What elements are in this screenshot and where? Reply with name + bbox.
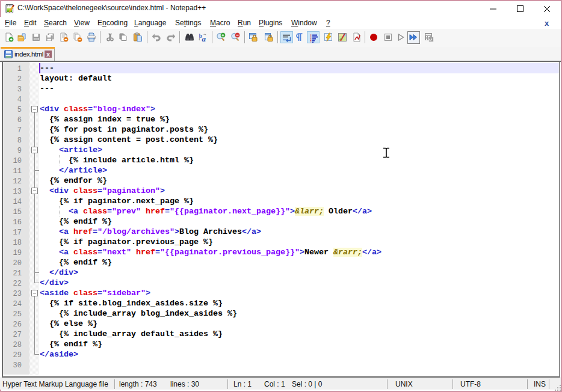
svg-text:a: a	[202, 34, 206, 42]
